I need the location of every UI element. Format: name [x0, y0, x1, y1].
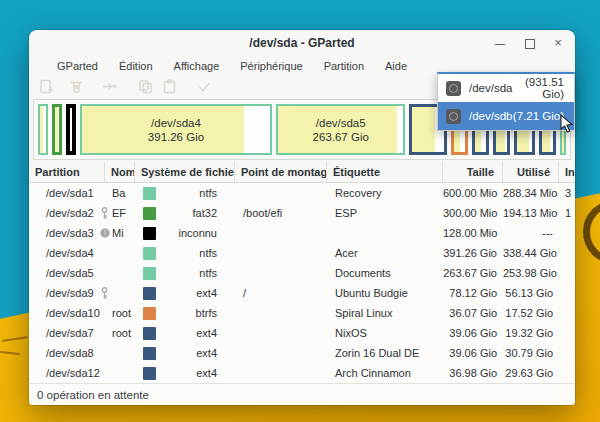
table-row[interactable]: /dev/sda4 ! ntfs Acer 391.26 Gio 338.44 … — [29, 243, 575, 263]
window-controls: × — [493, 30, 565, 56]
close-icon[interactable]: × — [551, 36, 565, 50]
device-size: (931.51 Gio) — [512, 76, 564, 100]
size-value: 36.98 Gio — [443, 367, 503, 379]
fs-name: ntfs — [156, 267, 235, 279]
delete-partition-icon[interactable] — [65, 77, 87, 97]
used-value: --- — [503, 227, 559, 239]
table-row[interactable]: /dev/sda3 ! Mi inconnu 128.00 Mio --- — [29, 223, 575, 243]
hard-drive-icon — [446, 81, 461, 96]
resize-move-icon[interactable] — [98, 77, 120, 97]
menu-edition[interactable]: Édition — [119, 60, 153, 72]
unused-value: 1 — [559, 207, 575, 219]
table-header-row: Partition Nom Système de fichiers Point … — [29, 162, 575, 183]
menu-peripherique[interactable]: Périphérique — [240, 60, 302, 72]
partition-label: Acer — [327, 247, 443, 259]
table-row[interactable]: /dev/sda2 ! EF fat32 /boot/efi ESP 300.0… — [29, 203, 575, 223]
partition-nom: EF — [105, 207, 135, 219]
partition-label: Recovery — [327, 187, 443, 199]
header-taille: Taille — [443, 162, 503, 182]
hard-drive-icon — [446, 109, 461, 124]
used-value: 56.13 Gio — [503, 287, 559, 299]
partition-label: Arch Cinnamon — [327, 367, 443, 379]
bar-segment-sda4[interactable]: /dev/sda4 391.26 Gio — [80, 104, 272, 155]
bar-segment-sda2[interactable] — [52, 104, 62, 155]
size-value: 39.06 Gio — [443, 347, 503, 359]
fs-name: inconnu — [156, 227, 235, 239]
new-partition-icon[interactable] — [35, 77, 57, 97]
minimize-icon[interactable] — [493, 36, 507, 50]
key-icon — [100, 287, 109, 299]
header-inutilise: Inutilisé — [559, 162, 575, 182]
partition-name: /dev/sda2 — [46, 207, 94, 219]
bar-segment-sda1[interactable] — [38, 104, 48, 155]
mount-point: / — [235, 287, 327, 299]
fs-color-swatch — [143, 227, 156, 240]
titlebar[interactable]: /dev/sda - GParted × — [29, 30, 575, 56]
used-value: 19.32 Gio — [503, 327, 559, 339]
partition-name: /dev/sda1 — [46, 187, 94, 199]
status-bar: 0 opération en attente — [29, 383, 575, 405]
size-value: 263.67 Gio — [443, 267, 503, 279]
fs-color-swatch — [143, 347, 156, 360]
partition-label: Spiral Linux — [327, 307, 443, 319]
bar-partition-name: /dev/sda5 — [316, 116, 366, 130]
size-value: 36.07 Gio — [443, 307, 503, 319]
menu-affichage[interactable]: Affichage — [174, 60, 220, 72]
fs-name: fat32 — [156, 207, 235, 219]
bar-segment-sda3[interactable] — [66, 104, 76, 155]
fs-color-swatch — [143, 367, 156, 380]
bar-segment-sda5[interactable]: /dev/sda5 263.67 Gio — [276, 104, 405, 155]
fs-color-swatch — [143, 307, 156, 320]
header-partition: Partition — [29, 162, 105, 182]
table-row[interactable]: /dev/sda8 ! ext4 Zorin 16 Dual DE 39.06 … — [29, 343, 575, 363]
maximize-icon[interactable] — [522, 36, 536, 50]
device-option-sda[interactable]: /dev/sda (931.51 Gio) — [438, 74, 574, 102]
used-value: 253.98 Gio — [503, 267, 559, 279]
used-value: 17.52 Gio — [503, 307, 559, 319]
table-row[interactable]: /dev/sda10 ! root btrfs Spiral Linux 36.… — [29, 303, 575, 323]
device-size: (7.21 Gio) — [513, 110, 564, 122]
used-value: 30.79 Gio — [503, 347, 559, 359]
menu-aide[interactable]: Aide — [385, 60, 407, 72]
partition-nom: Ba — [105, 187, 135, 199]
menu-gparted[interactable]: GParted — [57, 60, 98, 72]
device-name: /dev/sda — [469, 82, 512, 94]
table-row[interactable]: /dev/sda12 ! ext4 Arch Cinnamon 36.98 Gi… — [29, 363, 575, 383]
size-value: 128.00 Mio — [443, 227, 503, 239]
menu-partition[interactable]: Partition — [324, 60, 364, 72]
fs-color-swatch — [143, 207, 156, 220]
size-value: 391.26 Gio — [443, 247, 503, 259]
fs-color-swatch — [143, 327, 156, 340]
device-name: /dev/sdb — [469, 110, 513, 122]
table-row[interactable]: /dev/sda5 ! ntfs Documents 263.67 Gio 25… — [29, 263, 575, 283]
apply-operations-icon[interactable] — [193, 77, 215, 97]
partition-table: Partition Nom Système de fichiers Point … — [29, 162, 575, 383]
fs-name: ext4 — [156, 287, 235, 299]
partition-label: Zorin 16 Dual DE — [327, 347, 443, 359]
size-value: 600.00 Mio — [443, 187, 503, 199]
size-value: 300.00 Mio — [443, 207, 503, 219]
device-option-sdb[interactable]: /dev/sdb (7.21 Gio) — [438, 102, 574, 130]
bar-partition-size: 391.26 Gio — [148, 130, 204, 144]
partition-name: /dev/sda5 — [46, 267, 94, 279]
table-row[interactable]: /dev/sda1 ! Ba ntfs Recovery 600.00 Mio … — [29, 183, 575, 203]
size-value: 39.06 Gio — [443, 327, 503, 339]
used-value: 29.63 Gio — [503, 367, 559, 379]
table-row[interactable]: /dev/sda9 ! ext4 / Ubuntu Budgie 78.12 G… — [29, 283, 575, 303]
bar-partition-size: 263.67 Gio — [313, 130, 369, 144]
used-value: 338.44 Gio — [503, 247, 559, 259]
fs-name: ext4 — [156, 367, 235, 379]
fs-name: ext4 — [156, 347, 235, 359]
partition-table-body: /dev/sda1 ! Ba ntfs Recovery 600.00 Mio … — [29, 183, 575, 383]
window-title: /dev/sda - GParted — [249, 36, 354, 50]
header-point-de-montage: Point de montage — [235, 162, 327, 182]
partition-label: Ubuntu Budgie — [327, 287, 443, 299]
copy-icon[interactable] — [134, 77, 156, 97]
fs-color-swatch — [143, 267, 156, 280]
table-row[interactable]: /dev/sda7 ! root ext4 NixOS 39.06 Gio 19… — [29, 323, 575, 343]
pending-operations-text: 0 opération en attente — [37, 389, 149, 401]
paste-icon[interactable] — [158, 77, 180, 97]
header-etiquette: Étiquette — [327, 162, 443, 182]
fs-name: ntfs — [156, 187, 235, 199]
partition-nom: Mi — [105, 227, 135, 239]
